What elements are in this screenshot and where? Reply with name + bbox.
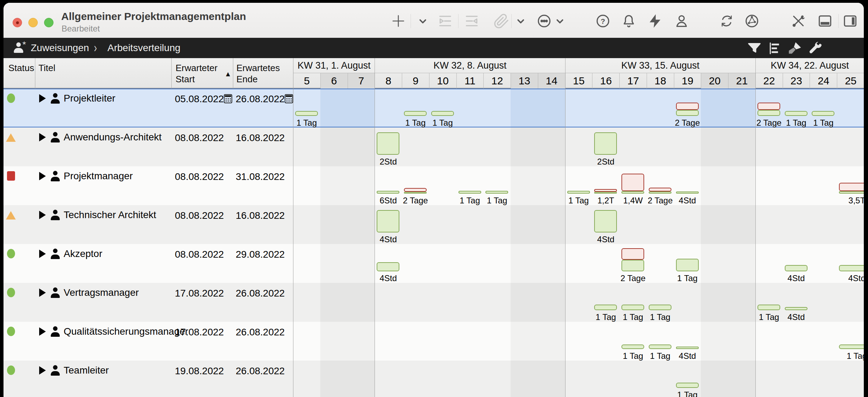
add-icon[interactable]	[390, 13, 407, 29]
workload-bar[interactable]	[812, 111, 834, 116]
workload-bar[interactable]	[757, 305, 780, 310]
workload-bar[interactable]	[621, 260, 644, 271]
resource-title[interactable]: Qualitätssicherungsmanager	[64, 325, 169, 338]
resource-title[interactable]: Projektmanager	[64, 170, 169, 182]
resource-title[interactable]: Vertragsmanager	[64, 286, 169, 299]
workload-bar[interactable]	[676, 259, 699, 271]
sort-ascending-icon[interactable]: ▲	[225, 70, 232, 78]
workload-bar[interactable]	[377, 191, 399, 194]
resource-row[interactable]: Vertragsmanager17.08.202226.08.20221 Tag…	[3, 283, 864, 322]
network-icon[interactable]	[744, 13, 760, 29]
overload-bar[interactable]	[757, 103, 780, 110]
format-brush-icon[interactable]	[787, 40, 803, 56]
expected-end-date[interactable]: 16.08.2022	[236, 132, 285, 144]
workload-bar[interactable]	[377, 132, 399, 155]
expected-start-date[interactable]: 05.08.2022	[175, 93, 224, 105]
workload-bar[interactable]	[621, 305, 644, 310]
settings-wrench-icon[interactable]	[807, 40, 824, 56]
workload-bar[interactable]	[649, 344, 671, 349]
more-chevron-icon[interactable]	[552, 13, 568, 29]
workload-bar[interactable]	[621, 344, 644, 349]
disclosure-triangle-icon[interactable]	[39, 172, 46, 180]
workload-bar[interactable]	[676, 383, 699, 388]
workload-bar[interactable]	[594, 132, 617, 155]
workload-bar[interactable]	[594, 305, 617, 310]
attachment-icon[interactable]	[493, 13, 510, 29]
resource-row[interactable]: Akzeptor08.08.202229.08.20224Std2 Tage1 …	[3, 244, 864, 283]
resource-title[interactable]: Teamleiter	[64, 364, 169, 377]
column-header-ende[interactable]: Erwartetes Ende	[236, 62, 289, 85]
workload-bar[interactable]	[676, 191, 699, 194]
workload-bar[interactable]	[839, 191, 864, 194]
workload-bar[interactable]	[404, 192, 427, 194]
workload-bar[interactable]	[839, 344, 864, 349]
expected-end-date[interactable]: 26.08.2022	[236, 365, 285, 377]
filter-icon[interactable]	[746, 40, 762, 56]
overload-bar[interactable]	[676, 103, 699, 110]
overload-bar[interactable]	[839, 183, 864, 191]
disclosure-triangle-icon[interactable]	[39, 133, 46, 141]
expected-end-date[interactable]: 29.08.2022	[236, 249, 285, 260]
notifications-icon[interactable]	[620, 13, 637, 29]
disclosure-triangle-icon[interactable]	[39, 250, 46, 258]
disclosure-triangle-icon[interactable]	[39, 288, 46, 297]
user-icon[interactable]	[673, 13, 690, 29]
disclosure-triangle-icon[interactable]	[39, 211, 46, 219]
overload-bar[interactable]	[649, 188, 671, 191]
workload-bar[interactable]	[295, 111, 318, 116]
column-header-start[interactable]: Erwarteter Start	[176, 62, 228, 85]
workload-bar[interactable]	[458, 191, 481, 194]
workload-bar[interactable]	[377, 262, 399, 271]
resource-row[interactable]: Projektleiter05.08.202226.08.20221 Tag1 …	[3, 89, 864, 127]
expected-start-date[interactable]: 08.08.2022	[175, 171, 224, 182]
zoom-button[interactable]	[44, 18, 54, 27]
help-icon[interactable]: ?	[595, 13, 611, 29]
workload-bar[interactable]	[649, 305, 671, 310]
expected-end-date[interactable]: 26.08.2022	[236, 327, 285, 338]
outdent-icon[interactable]	[463, 13, 480, 29]
workload-bar[interactable]	[649, 191, 671, 194]
workload-bar[interactable]	[485, 191, 508, 194]
workload-bar[interactable]	[785, 111, 807, 116]
expected-start-date[interactable]: 17.08.2022	[175, 327, 224, 338]
overload-bar[interactable]	[621, 174, 644, 191]
disclosure-triangle-icon[interactable]	[39, 327, 46, 336]
expected-end-date[interactable]: 31.08.2022	[236, 171, 285, 182]
more-options-icon[interactable]	[536, 13, 553, 29]
overload-bar[interactable]	[594, 189, 617, 192]
tools-icon[interactable]	[790, 13, 807, 29]
workload-bar[interactable]	[377, 210, 399, 232]
resource-title[interactable]: Technischer Architekt	[64, 209, 169, 221]
close-button[interactable]	[13, 18, 22, 27]
expected-start-date[interactable]: 08.08.2022	[175, 249, 224, 260]
expected-end-date[interactable]: 26.08.2022	[236, 93, 285, 105]
attachment-chevron-icon[interactable]	[512, 13, 529, 29]
workload-bar[interactable]	[785, 307, 807, 310]
workload-bar[interactable]	[594, 210, 617, 232]
resource-row[interactable]: Projektmanager08.08.202231.08.20226Std2 …	[3, 166, 864, 205]
resource-title[interactable]: Projektleiter	[64, 92, 169, 105]
expected-start-date[interactable]: 08.08.2022	[175, 210, 224, 221]
calendar-picker-icon[interactable]	[285, 94, 293, 103]
resource-row[interactable]: Technischer Architekt08.08.202216.08.202…	[3, 205, 864, 244]
overload-bar[interactable]	[404, 188, 427, 192]
workload-bar[interactable]	[404, 111, 427, 116]
disclosure-triangle-icon[interactable]	[39, 366, 46, 375]
resource-row[interactable]: Anwendungs-Architekt08.08.202216.08.2022…	[3, 127, 864, 166]
workload-bar[interactable]	[757, 110, 780, 116]
workload-bar[interactable]	[785, 265, 807, 271]
indent-icon[interactable]	[437, 13, 454, 29]
workload-bar[interactable]	[567, 191, 590, 194]
overload-bar[interactable]	[621, 248, 644, 260]
disclosure-triangle-icon[interactable]	[39, 94, 46, 103]
right-panel-toggle-icon[interactable]	[842, 13, 859, 29]
breadcrumb-subview[interactable]: Arbeitsverteilung	[107, 42, 180, 54]
column-header-status[interactable]: Status	[8, 62, 34, 74]
resource-title[interactable]: Akzeptor	[64, 248, 169, 260]
workload-bar[interactable]	[839, 265, 864, 271]
workload-bar[interactable]	[621, 191, 644, 194]
outline-view-icon[interactable]	[767, 40, 783, 56]
workload-bar[interactable]	[676, 347, 699, 349]
add-chevron-icon[interactable]	[414, 13, 431, 29]
workload-bar[interactable]	[594, 192, 617, 194]
